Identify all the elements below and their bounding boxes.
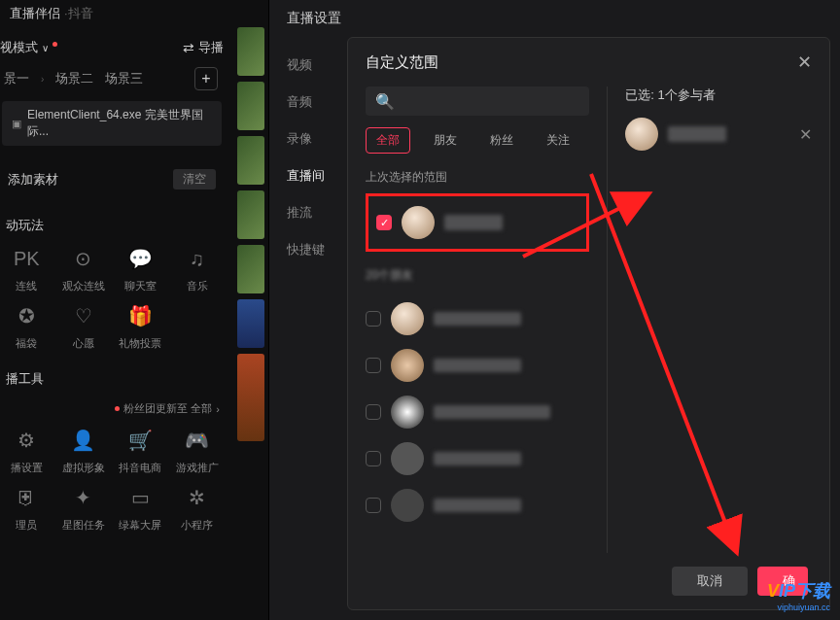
nav-room[interactable]: 直播间	[269, 157, 347, 194]
add-scene-button[interactable]: +	[194, 67, 218, 90]
tool-mini[interactable]: ✲小程序	[171, 483, 225, 533]
feature-pk[interactable]: PK连线	[0, 244, 53, 293]
thumbnail[interactable]	[237, 136, 264, 185]
checkbox-icon[interactable]	[366, 311, 381, 327]
selected-count-label: 已选: 1个参与者	[625, 86, 812, 104]
gear-icon: ⚙	[12, 426, 41, 455]
feature-gift[interactable]: 🎁礼物投票	[114, 301, 167, 351]
thumbnail-strip	[237, 27, 266, 620]
search-input[interactable]: 🔍	[366, 86, 589, 116]
avatar	[391, 302, 424, 335]
tool-setting[interactable]: ⚙播设置	[0, 426, 53, 475]
mode-row: 视模式 ∨ ⇄ 导播	[0, 33, 224, 62]
settings-title: 直播设置	[269, 0, 840, 37]
filter-follow[interactable]: 关注	[537, 128, 579, 153]
cart-icon: 🛒	[125, 426, 155, 455]
director-label[interactable]: 导播	[198, 39, 224, 56]
thumbnail[interactable]	[237, 82, 264, 130]
scene-2[interactable]: 场景二	[55, 70, 93, 87]
add-material-label[interactable]: 添加素材	[8, 171, 58, 189]
source-name: ElementClient_64.exe 完美世界国际...	[27, 107, 212, 140]
app-title: 直播伴侣	[10, 5, 60, 22]
feature-heart[interactable]: ♡心愿	[57, 301, 111, 351]
clear-button[interactable]: 清空	[173, 169, 216, 189]
avatar	[391, 442, 424, 475]
tool-screen[interactable]: ▭绿幕大屏	[114, 483, 167, 533]
feature-label: 礼物投票	[119, 336, 161, 351]
user-name-blurred	[434, 452, 521, 465]
tool-label: 星图任务	[62, 518, 105, 533]
mode-label[interactable]: 视模式	[0, 39, 38, 56]
feature-music[interactable]: ♫音乐	[171, 244, 225, 293]
filter-all[interactable]: 全部	[366, 127, 410, 154]
feature-label: 观众连线	[62, 279, 105, 293]
app-subtitle: ·抖音	[64, 5, 93, 22]
thumbnail[interactable]	[237, 354, 264, 441]
feature-lucky[interactable]: ✪福袋	[0, 301, 53, 351]
tool-star[interactable]: ✦星图任务	[57, 483, 111, 533]
tool-label: 理员	[16, 518, 37, 533]
filter-friend[interactable]: 朋友	[424, 128, 467, 153]
tool-game[interactable]: 🎮游戏推广	[171, 426, 225, 475]
feature-chat[interactable]: 💬聊天室	[114, 244, 167, 293]
features-title: 动玩法	[0, 217, 224, 234]
avatar	[402, 206, 435, 239]
scene-1[interactable]: 景一	[4, 70, 29, 87]
pk-icon: PK	[12, 244, 41, 273]
fan-update-row[interactable]: 粉丝团更新至 全部 ›	[4, 401, 220, 416]
star-badge-icon: ✪	[12, 301, 41, 330]
highlighted-user-row[interactable]: ✓	[366, 193, 589, 252]
close-icon[interactable]: ✕	[797, 52, 812, 73]
heart-icon: ♡	[69, 301, 98, 330]
user-name-blurred	[434, 359, 521, 372]
shield-icon: ⛨	[12, 483, 41, 512]
friend-row[interactable]	[366, 295, 589, 342]
checkbox-icon[interactable]	[366, 358, 381, 373]
thumbnail[interactable]	[237, 299, 264, 348]
nav-audio[interactable]: 音频	[269, 84, 347, 121]
scene-tabs: 景一 › 场景二 场景三 +	[0, 62, 224, 95]
tool-label: 绿幕大屏	[119, 518, 161, 533]
tool-label: 虚拟形象	[62, 461, 105, 475]
chat-icon: 💬	[125, 244, 155, 273]
cancel-button[interactable]: 取消	[672, 567, 748, 596]
thumbnail[interactable]	[237, 27, 264, 76]
chevron-down-icon[interactable]: ∨	[42, 43, 49, 53]
gift-icon: 🎁	[125, 301, 155, 330]
settings-nav: 视频 音频 录像 直播间 推流 快捷键	[269, 37, 347, 620]
friend-row[interactable]	[366, 389, 589, 435]
music-icon: ♫	[183, 244, 212, 273]
source-item[interactable]: ▣ ElementClient_64.exe 完美世界国际...	[2, 101, 222, 146]
checkbox-icon[interactable]	[366, 404, 381, 420]
nav-record[interactable]: 录像	[269, 121, 347, 157]
checkbox-icon[interactable]	[366, 451, 381, 466]
nav-push[interactable]: 推流	[269, 194, 347, 231]
app-icon: ✲	[183, 483, 212, 512]
feature-audience[interactable]: ⊙观众连线	[57, 244, 111, 293]
checkbox-checked-icon[interactable]: ✓	[376, 215, 392, 230]
chevron-right-icon: ›	[41, 74, 44, 85]
tool-admin[interactable]: ⛨理员	[0, 483, 53, 533]
friend-row[interactable]	[366, 435, 589, 482]
avatar	[391, 396, 424, 429]
search-icon: 🔍	[375, 92, 395, 111]
nav-video[interactable]: 视频	[269, 47, 347, 84]
feature-label: 聊天室	[124, 279, 157, 293]
scene-3[interactable]: 场景三	[105, 70, 143, 87]
nav-hotkey[interactable]: 快捷键	[269, 231, 347, 268]
friend-row[interactable]	[366, 342, 589, 389]
tool-label: 游戏推广	[176, 461, 219, 475]
thumbnail[interactable]	[237, 190, 264, 239]
swap-icon[interactable]: ⇄	[183, 40, 194, 55]
tool-avatar[interactable]: 👤虚拟形象	[57, 426, 111, 475]
user-name-blurred	[668, 126, 726, 142]
friend-row[interactable]	[366, 482, 589, 529]
feature-label: 福袋	[16, 336, 37, 351]
tool-shop[interactable]: 🛒抖音电商	[114, 426, 167, 475]
checkbox-icon[interactable]	[366, 498, 381, 513]
filter-fans[interactable]: 粉丝	[480, 128, 523, 153]
thumbnail[interactable]	[237, 245, 264, 293]
tool-label: 小程序	[181, 518, 213, 533]
audience-icon: ⊙	[69, 244, 98, 273]
remove-icon[interactable]: ✕	[799, 125, 812, 144]
